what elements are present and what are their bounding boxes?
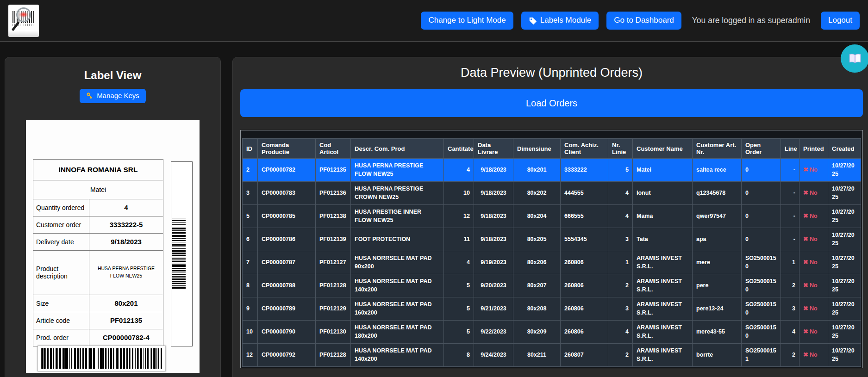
order-cell: ✖No [799,205,828,228]
orders-table-head: IDComanda ProductieCod ArticolDescr. Com… [243,139,861,159]
order-cell: SO25000150 [742,297,781,321]
order-row[interactable]: 6CP00000786PF012139FOOT PROTECTION119/18… [243,228,861,251]
order-cell: borrte [693,344,742,367]
column-header: Com. Achiz. Client [561,139,608,159]
order-cell: 9/18/2023 [474,182,513,205]
column-header: Comanda Productie [258,139,316,159]
order-cell: 4 [608,182,633,205]
label-company: INNOFA ROMANIA SRL [33,159,163,180]
order-cell: CP00000786 [258,228,316,251]
load-orders-button[interactable]: Load Orders [240,89,863,117]
order-cell: ARAMIS INVEST S.R.L. [633,321,693,344]
order-cell: CP00000783 [258,182,316,205]
change-light-mode-button[interactable]: Change to Light Mode [421,12,513,30]
order-cell: 1 [608,251,633,274]
order-cell: ARAMIS INVEST S.R.L. [633,344,693,367]
order-cell: 80x211 [513,344,561,367]
label-row: Delivery date9/18/2023 [33,233,163,250]
order-cell: PF012128 [316,344,351,367]
manage-keys-button[interactable]: Manage Keys [80,89,146,103]
app-logo[interactable] [8,5,39,37]
vertical-barcode-bars [172,218,186,290]
order-cell: 9 [243,297,258,321]
order-cell: 10/27/2025 [828,251,861,274]
order-cell: 9/18/2023 [474,228,513,251]
order-row[interactable]: 12CP00000792PF012128HUSA NORRSELE MAT PA… [243,344,861,367]
order-cell: 5 [444,297,474,321]
label-row: Product descriptionHUSA PERNA PRESTIGE F… [33,250,163,295]
x-icon: ✖ [803,212,808,219]
load-orders-label: Load Orders [526,98,577,108]
order-cell: ARAMIS INVEST S.R.L. [633,297,693,321]
order-cell: 7 [243,251,258,274]
order-row[interactable]: 9CP00000789PF012129HUSA NORRSELE MAT PAD… [243,297,861,321]
docs-fab-button[interactable] [841,44,868,73]
order-cell: CP00000782 [258,159,316,182]
order-cell: 9/18/2023 [474,205,513,228]
order-cell: mere [693,251,742,274]
order-cell: 260807 [561,344,608,367]
order-cell: 12 [444,205,474,228]
order-cell: 0 [742,205,781,228]
order-cell: PF012127 [316,251,351,274]
labels-module-button[interactable]: Labels Module [521,12,599,30]
order-cell: 80x207 [513,274,561,297]
order-cell: ✖No [799,182,828,205]
order-cell: 0 [742,182,781,205]
data-preview-title: Data Preview (Unprinted Orders) [233,66,868,80]
order-cell: 10/27/2025 [828,228,861,251]
order-cell: ✖No [799,274,828,297]
order-cell: SO25000150 [742,321,781,344]
logout-button[interactable]: Logout [821,12,860,30]
order-cell: saltea rece [693,159,742,182]
order-cell: 8 [444,344,474,367]
order-cell: 80x202 [513,182,561,205]
order-cell: 2 [781,274,799,297]
order-cell: ARAMIS INVEST S.R.L. [633,274,693,297]
column-header: Created [828,139,861,159]
order-cell: Ionut [633,182,693,205]
order-cell: HUSA PERNA PRESTIGE FLOW NEW25 [351,159,444,182]
order-cell: 1 [781,251,799,274]
x-icon: ✖ [803,351,808,358]
orders-table-container[interactable]: IDComanda ProductieCod ArticolDescr. Com… [240,130,863,368]
user-status: You are logged in as superadmin [692,16,810,25]
order-cell: 5 [608,159,633,182]
order-cell: 9/19/2023 [474,251,513,274]
label-row: Matei [33,180,163,199]
order-cell: 260806 [561,251,608,274]
order-cell: mere43-55 [693,321,742,344]
go-to-dashboard-button[interactable]: Go to Dashboard [606,12,681,30]
label-row: Quantity ordered4 [33,199,163,216]
navbar: Change to Light Mode Labels Module Go to… [0,0,868,42]
column-header: Data Livrare [474,139,513,159]
label-view-panel: Label View Manage Keys INNOFA ROMANIA SR… [5,57,221,377]
order-cell: 444555 [561,182,608,205]
column-header: Nr. Linie [608,139,633,159]
column-header: Line [781,139,799,159]
order-row[interactable]: 5CP00000785PF012138HUSA PRESTIGE INNER F… [243,205,861,228]
column-header: Cod Articol [316,139,351,159]
order-cell: PF012130 [316,321,351,344]
order-cell: 9/20/2023 [474,274,513,297]
order-cell: PF012139 [316,228,351,251]
order-row[interactable]: 7CP00000787PF012127HUSA NORRSELE MAT PAD… [243,251,861,274]
order-cell: 260806 [561,321,608,344]
order-row[interactable]: 8CP00000788PF012128HUSA NORRSELE MAT PAD… [243,274,861,297]
order-cell: 5554345 [561,228,608,251]
x-icon: ✖ [803,259,808,266]
logout-label: Logout [828,16,852,25]
label-field-name: Quantity ordered [33,199,89,216]
order-row[interactable]: 2CP00000782PF012135HUSA PERNA PRESTIGE F… [243,159,861,182]
change-light-mode-label: Change to Light Mode [428,16,506,25]
order-cell: apa [693,228,742,251]
go-to-dashboard-label: Go to Dashboard [614,16,674,25]
order-cell: 3 [608,228,633,251]
order-row[interactable]: 3CP00000783PF012136HUSA PERNA PRESTIGE C… [243,182,861,205]
label-field-value: HUSA PERNA PRESTIGE FLOW NEW25 [89,250,163,295]
order-cell: - [781,228,799,251]
order-row[interactable]: 10CP00000790PF012130HUSA NORRSELE MAT PA… [243,321,861,344]
label-field-value: CP00000782-4 [89,329,163,346]
order-cell: ARAMIS INVEST S.R.L. [633,251,693,274]
order-cell: 9/18/2023 [474,159,513,182]
